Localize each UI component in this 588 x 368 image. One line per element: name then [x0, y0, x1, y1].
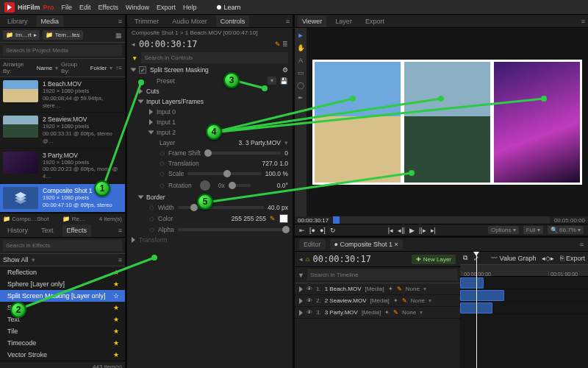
- keyframe-icon[interactable]: ◇: [159, 170, 165, 177]
- new-item-icon[interactable]: ▦: [115, 32, 122, 39]
- effects-showall[interactable]: Show All: [3, 256, 29, 263]
- color-swatch[interactable]: [279, 214, 288, 223]
- clip[interactable]: [460, 290, 504, 301]
- tab-viewer[interactable]: Viewer: [298, 15, 326, 27]
- timeline[interactable]: ⧉ ⤢ 〰 Value Graph ◂◇▸ ⎘ Export 00:00:00:…: [460, 252, 588, 368]
- star-icon[interactable]: ★: [113, 328, 119, 335]
- menu-help[interactable]: Help: [183, 4, 197, 11]
- menu-effects[interactable]: Effects: [98, 4, 118, 11]
- mask-rect-icon[interactable]: ▭: [296, 68, 305, 77]
- mask-ellipse-icon[interactable]: ◯: [296, 81, 305, 90]
- panel-menu-icon[interactable]: ≡: [580, 241, 584, 248]
- funnel-icon[interactable]: ▼: [298, 272, 304, 279]
- range-in-icon[interactable]: [●: [309, 227, 315, 234]
- scale-slider[interactable]: [187, 172, 262, 175]
- clip-lane[interactable]: [460, 302, 588, 314]
- keyframe-icon[interactable]: ◇: [159, 149, 165, 157]
- keyframe-icon[interactable]: ◇: [159, 160, 165, 167]
- tab-editor[interactable]: Editor: [299, 239, 326, 250]
- keyframe-icon[interactable]: ◇: [159, 182, 165, 189]
- translation-value[interactable]: 727.0 1.0: [262, 160, 288, 167]
- keyframe-icon[interactable]: ◇: [149, 204, 154, 211]
- star-icon[interactable]: ☆: [113, 292, 119, 300]
- keyframe-icon[interactable]: ◇: [149, 226, 154, 233]
- playhead[interactable]: [476, 252, 477, 368]
- range-out-icon[interactable]: ●]: [320, 227, 326, 234]
- blend-mode[interactable]: None: [411, 297, 425, 304]
- tab-export[interactable]: Export: [361, 15, 389, 27]
- tab-trimmer[interactable]: Trimmer: [130, 15, 163, 27]
- pencil-icon[interactable]: ✎: [402, 297, 407, 304]
- pencil-icon[interactable]: ✎: [397, 286, 402, 292]
- cuts-group[interactable]: Cuts: [146, 88, 159, 95]
- eye-icon[interactable]: 👁: [306, 309, 312, 316]
- star-icon[interactable]: ★: [113, 280, 119, 288]
- prev-edit-icon[interactable]: ◂: [299, 255, 303, 263]
- star-icon[interactable]: ★: [113, 339, 119, 347]
- fx-icon[interactable]: ✦: [393, 297, 398, 304]
- export-inline-button[interactable]: ⎘ Export: [560, 255, 585, 262]
- clip[interactable]: [460, 277, 484, 289]
- menu-export[interactable]: Export: [157, 4, 176, 11]
- sort-asc-icon[interactable]: ↑≡: [115, 65, 122, 71]
- tab-library[interactable]: Library: [3, 15, 32, 27]
- panel-menu-icon[interactable]: ≡: [581, 18, 585, 25]
- inputs-group[interactable]: Input Layers/Frames: [146, 98, 204, 105]
- frameshift-slider[interactable]: [204, 152, 281, 155]
- time-ruler[interactable]: 00:00:00:00 00:01:00:00 00:02:00:00: [460, 265, 588, 277]
- layer-value[interactable]: 3. 3 Party.MOV: [239, 139, 281, 146]
- prev-frame-icon[interactable]: ◂||: [398, 227, 405, 234]
- media-item[interactable]: 2 Seaview.MOV 1920 × 1080 pixels 00:00:3…: [0, 113, 125, 148]
- transform-group[interactable]: Transform: [139, 236, 167, 244]
- border-width-slider[interactable]: [178, 206, 264, 209]
- eye-icon[interactable]: 👁: [306, 297, 312, 304]
- effects-search-input[interactable]: [3, 240, 122, 251]
- templates-breadcrumb[interactable]: 📁 Tem…tes: [43, 30, 83, 40]
- play-icon[interactable]: ▶: [409, 227, 415, 234]
- keyframe-icon[interactable]: ◇: [149, 215, 154, 222]
- effect-row[interactable]: Reflection★: [0, 266, 125, 278]
- import-breadcrumb[interactable]: 📁 Im…rt ▸: [3, 30, 40, 40]
- preset-dropdown[interactable]: ▾: [268, 77, 276, 85]
- media-search-input[interactable]: [3, 45, 122, 56]
- go-start-icon[interactable]: |◂: [388, 227, 393, 234]
- pen-tool-icon[interactable]: ✒: [296, 93, 305, 102]
- new-layer-button[interactable]: ✚ New Layer: [412, 255, 456, 264]
- rotation-deg[interactable]: 0.0°: [277, 182, 288, 189]
- viewer-scrubber[interactable]: [333, 216, 549, 224]
- input1-group[interactable]: Input 1: [157, 118, 176, 126]
- star-icon[interactable]: ★: [113, 304, 119, 311]
- loop-icon[interactable]: ↻: [330, 227, 336, 234]
- menu-file[interactable]: File: [62, 4, 73, 11]
- filter-icon[interactable]: ≡: [118, 256, 122, 263]
- tab-history[interactable]: History: [3, 224, 32, 236]
- list-icon[interactable]: ≣: [282, 40, 288, 48]
- pencil-icon[interactable]: ✎: [393, 309, 398, 316]
- tab-media[interactable]: Media: [37, 15, 64, 27]
- gear-icon[interactable]: ⚙: [282, 66, 288, 74]
- next-frame-icon[interactable]: ||▸: [419, 227, 426, 234]
- tab-audiomixer[interactable]: Audio Mixer: [168, 15, 212, 27]
- eyedropper-icon[interactable]: ✎: [270, 215, 276, 222]
- go-end-icon[interactable]: ▸|: [431, 227, 436, 234]
- border-group[interactable]: Border: [146, 194, 165, 201]
- effect-row[interactable]: Tile★: [0, 325, 125, 337]
- rotation-slider[interactable]: [229, 184, 251, 187]
- snap-icon[interactable]: ⧉: [463, 254, 467, 262]
- group-by-value[interactable]: Folder: [90, 65, 107, 71]
- fx-icon[interactable]: ✦: [388, 286, 393, 292]
- controls-breadcrumb[interactable]: Composite Shot 1 > 1 Beach.MOV [00:00:47…: [132, 29, 257, 36]
- input0-group[interactable]: Input 0: [157, 108, 176, 116]
- border-alpha-slider[interactable]: [178, 228, 288, 231]
- blend-mode[interactable]: None: [406, 286, 420, 292]
- pencil-icon[interactable]: ✎: [275, 40, 281, 48]
- arrange-by-value[interactable]: Name: [37, 65, 52, 71]
- border-width-value[interactable]: 40.0 px: [268, 204, 288, 211]
- panel-menu-icon[interactable]: ≡: [118, 18, 122, 25]
- layer-row[interactable]: 👁 1.1 Beach.MOV[Media] ✦✎ None▾: [295, 283, 460, 295]
- save-preset-icon[interactable]: 💾: [280, 77, 288, 85]
- effect-row[interactable]: Timecode★: [0, 337, 125, 349]
- media-item[interactable]: 1 Beach.MOV 1920 × 1080 pixels 00;00;08;…: [0, 77, 125, 113]
- tab-text[interactable]: Text: [37, 224, 58, 236]
- layer-row[interactable]: 👁 3.3 Party.MOV[Media] ✦✎ None▾: [295, 307, 460, 319]
